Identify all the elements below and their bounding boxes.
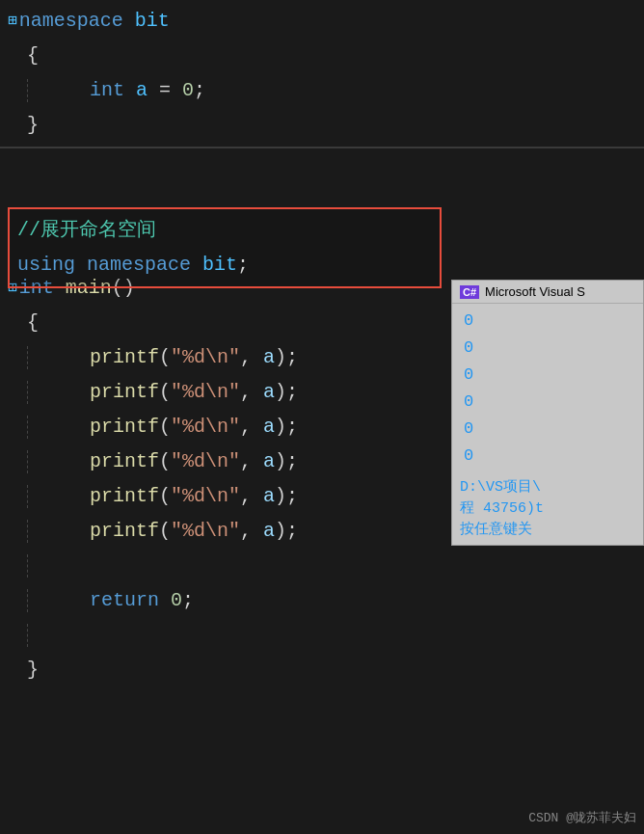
namespace-keyword: namespace	[19, 4, 123, 39]
namespace-name: bit	[135, 4, 170, 39]
vs-console-popup: C# Microsoft Visual S 0 0 0 0 0 0 D:\VS项…	[451, 280, 644, 546]
main-brace-close: }	[27, 653, 39, 687]
zero-val: 0	[182, 73, 194, 108]
format-str-6: "%d\n"	[171, 514, 240, 549]
brace-close: }	[27, 108, 39, 143]
blank-line	[0, 549, 644, 583]
param-a-5: a	[263, 479, 275, 514]
printf-fn-5: printf	[90, 479, 159, 514]
format-str-5: "%d\n"	[171, 479, 240, 514]
main-brace-close-line: }	[0, 653, 644, 687]
bottom-line1: D:\VS项目\	[460, 477, 635, 498]
using-line: using namespace bit;	[17, 248, 432, 282]
format-str-3: "%d\n"	[171, 410, 240, 444]
printf-fn-3: printf	[90, 410, 159, 444]
namespace-block: ⊞ namespace bit { int a = 0; }	[0, 0, 644, 147]
output-zero-3: 0	[464, 362, 631, 389]
vs-bottom-text: D:\VS项目\ 程 43756)t 按任意键关	[452, 473, 643, 545]
brace-open: {	[27, 39, 39, 73]
vs-title: Microsoft Visual S	[485, 284, 585, 299]
printf-fn-6: printf	[90, 514, 159, 549]
comment-line: //展开命名空间	[17, 213, 432, 248]
bottom-line3: 按任意键关	[460, 520, 635, 541]
code-editor: ⊞ namespace bit { int a = 0; }	[0, 0, 644, 834]
return-semi: ;	[182, 583, 194, 618]
param-a-3: a	[263, 410, 275, 444]
output-zero-6: 0	[464, 443, 631, 470]
code-line-brace-close: }	[0, 108, 644, 143]
fold-icon[interactable]: ⊞	[8, 4, 17, 39]
main-brace-open: {	[27, 306, 39, 340]
code-line-int: int a = 0;	[0, 73, 644, 108]
format-str-1: "%d\n"	[171, 340, 240, 375]
var-a: a	[136, 73, 148, 108]
code-line: ⊞ namespace bit	[0, 4, 644, 39]
output-zero-5: 0	[464, 416, 631, 443]
bottom-line2: 程 43756)t	[460, 498, 635, 520]
return-val: 0	[171, 583, 182, 618]
printf-fn-1: printf	[90, 340, 159, 375]
vs-output: 0 0 0 0 0 0	[452, 304, 643, 473]
output-zero-1: 0	[464, 308, 631, 335]
assign-op: =	[159, 73, 171, 108]
printf-fn-4: printf	[90, 444, 159, 479]
comment-text: //展开命名空间	[17, 213, 156, 248]
int-keyword: int	[90, 73, 124, 108]
using-keyword: using	[17, 248, 75, 282]
code-line-brace-open: {	[0, 39, 644, 73]
param-a-4: a	[263, 444, 275, 479]
vs-logo: C#	[460, 285, 479, 299]
return-keyword: return	[90, 583, 159, 618]
return-line: return 0;	[0, 583, 644, 618]
param-a-1: a	[263, 340, 275, 375]
vs-titlebar: C# Microsoft Visual S	[452, 281, 643, 304]
output-zero-2: 0	[464, 335, 631, 362]
namespace-name2: bit	[202, 248, 237, 282]
output-zero-4: 0	[464, 389, 631, 416]
format-str-4: "%d\n"	[171, 444, 240, 479]
param-a-2: a	[263, 375, 275, 410]
format-str-2: "%d\n"	[171, 375, 240, 410]
watermark: CSDN @咙苏菲夫妇	[528, 809, 636, 826]
semicolon2: ;	[237, 248, 249, 282]
highlight-block: //展开命名空间 using namespace bit;	[8, 207, 442, 288]
namespace-keyword2: namespace	[87, 248, 191, 282]
semicolon1: ;	[194, 73, 205, 108]
printf-fn-2: printf	[90, 375, 159, 410]
param-a-6: a	[263, 514, 275, 549]
blank-line2	[0, 618, 644, 653]
